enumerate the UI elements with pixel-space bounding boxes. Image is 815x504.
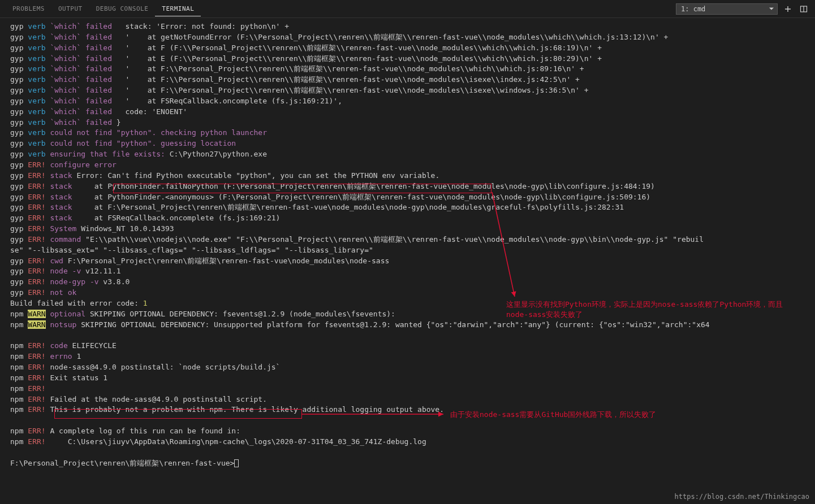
terminal-line: gyp verb `which` failed ' at F:\\Persona…	[10, 64, 805, 75]
split-terminal-button[interactable]	[798, 3, 809, 15]
terminal-line: gyp verb `which` failed ' at F (F:\\Pers…	[10, 43, 805, 54]
terminal-line: gyp verb `which` failed ' at F:\\Persona…	[10, 75, 805, 85]
terminal-line: gyp verb `which` failed ' at getNotFound…	[10, 32, 805, 43]
terminal-line: F:\Personal_Project\renren\前端框架\renren-f…	[10, 458, 805, 469]
terminal-line: gyp verb `which` failed code: 'ENOENT'	[10, 107, 805, 118]
terminal-line: gyp ERR! stack Error: Can't find Python …	[10, 171, 805, 181]
terminal-line: gyp verb `which` failed ' at FSReqCallba…	[10, 96, 805, 107]
watermark: https://blog.csdn.net/Thinkingcao	[675, 493, 809, 501]
tab-output[interactable]: OUTPUT	[51, 2, 89, 16]
terminal-line: gyp ERR! node -v v12.11.1	[10, 266, 805, 277]
split-icon	[800, 5, 808, 13]
terminal-line: gyp verb `which` failed ' at F:\\Persona…	[10, 85, 805, 96]
tab-problems[interactable]: PROBLEMS	[6, 2, 51, 16]
annotation-text-1: 这里显示没有找到Python环境，实际上是因为nose-sass依赖了Pytho…	[506, 299, 789, 320]
terminal-line: gyp ERR! configure error	[10, 160, 805, 171]
terminal-line: gyp ERR! System Windows_NT 10.0.14393	[10, 224, 805, 234]
terminal-line: npm ERR! code ELIFECYCLE	[10, 341, 805, 351]
terminal-line: gyp verb `which` failed stack: 'Error: n…	[10, 21, 805, 32]
terminal-line: npm ERR! Exit status 1	[10, 373, 805, 384]
terminal-line: gyp ERR! stack at PythonFinder.<anonymou…	[10, 192, 805, 203]
plus-icon	[784, 5, 792, 13]
panel-tabs: PROBLEMS OUTPUT DEBUG CONSOLE TERMINAL 1…	[0, 0, 815, 18]
new-terminal-button[interactable]	[782, 3, 794, 15]
terminal-line: gyp verb could not find "python". checki…	[10, 128, 805, 138]
terminal-line	[10, 330, 805, 341]
terminal-cursor	[234, 459, 239, 467]
terminal-line: gyp verb could not find "python". guessi…	[10, 138, 805, 149]
terminal-line: gyp ERR! stack at F:\Personal_Project\re…	[10, 202, 805, 213]
terminal-line: gyp verb `which` failed ' at E (F:\\Pers…	[10, 54, 805, 64]
terminal-line: npm ERR! errno 1	[10, 351, 805, 362]
terminal-line: npm WARN notsup SKIPPING OPTIONAL DEPEND…	[10, 320, 805, 331]
terminal-line: npm ERR!	[10, 384, 805, 394]
tab-debug-console[interactable]: DEBUG CONSOLE	[89, 2, 156, 16]
terminal-line: npm ERR! A complete log of this run can …	[10, 426, 805, 437]
annotation-text-2: 由于安装node-sass需要从GitHub国外线路下载，所以失败了	[450, 410, 733, 420]
terminal-line: gyp ERR! cwd F:\Personal_Project\renren\…	[10, 256, 805, 267]
terminal-line: gyp ERR! stack at PythonFinder.failNoPyt…	[10, 181, 805, 192]
terminal-line	[10, 447, 805, 458]
terminal-line: npm ERR! Failed at the node-sass@4.9.0 p…	[10, 394, 805, 405]
terminal-line: se" "--libsass_ext=" "--libsass_cflags="…	[10, 245, 805, 256]
terminal-line: gyp ERR! node-gyp -v v3.8.0	[10, 277, 805, 288]
terminal-line: gyp ERR! not ok	[10, 288, 805, 298]
terminal-line: gyp verb `which` failed }	[10, 118, 805, 128]
terminal-output[interactable]: gyp verb `which` failed stack: 'Error: n…	[0, 18, 815, 472]
terminal-line: npm ERR! C:\Users\jiuyv\AppData\Roaming\…	[10, 437, 805, 447]
terminal-line: gyp ERR! stack at FSReqCallback.oncomple…	[10, 213, 805, 224]
terminal-line: npm ERR! node-sass@4.9.0 postinstall: `n…	[10, 362, 805, 373]
tab-terminal[interactable]: TERMINAL	[155, 2, 201, 16]
terminal-line: gyp ERR! command "E:\\path\\vue\\nodejs\…	[10, 234, 805, 245]
terminal-selector-dropdown[interactable]: 1: cmd	[676, 3, 778, 15]
terminal-line: gyp verb ensuring that file exists: C:\P…	[10, 149, 805, 160]
